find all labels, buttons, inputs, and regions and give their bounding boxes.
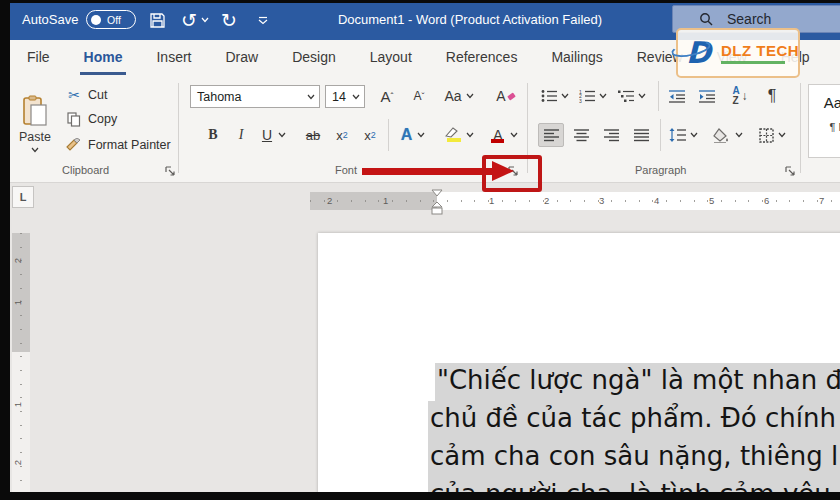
redo-button[interactable]: ↻ [216, 8, 242, 32]
numbered-list-icon: 123 [579, 89, 596, 103]
paragraph-dialog-launcher[interactable] [782, 163, 797, 178]
ruler-ticks [310, 200, 840, 202]
align-right-button[interactable] [598, 123, 624, 147]
show-hide-marks-button[interactable]: ¶ [760, 84, 784, 108]
tab-layout[interactable]: Layout [370, 43, 412, 73]
italic-button[interactable]: I [230, 123, 252, 147]
font-color-button[interactable]: A [484, 123, 524, 147]
strikethrough-button[interactable]: ab [300, 123, 326, 147]
document-page[interactable]: "Chiếc lược ngà" là một nhan đề ha chủ đ… [318, 233, 840, 500]
highlighter-icon [444, 126, 462, 144]
window-title: Document1 - Word (Product Activation Fai… [300, 12, 640, 27]
annotation-arrow [362, 168, 494, 175]
screenshot-border [0, 0, 840, 3]
borders-button[interactable] [752, 123, 792, 147]
underline-label: U [262, 127, 272, 143]
tab-mailings[interactable]: Mailings [551, 43, 602, 73]
dlz-tech-watermark: D DLZ TECH [676, 28, 800, 78]
superscript-button[interactable]: x2 [358, 123, 382, 147]
strikethrough-label: ab [306, 128, 320, 143]
borders-icon [759, 128, 774, 143]
tab-draw[interactable]: Draw [225, 43, 258, 73]
align-center-icon [574, 129, 589, 142]
format-painter-icon [64, 138, 84, 152]
chevron-down-icon [201, 17, 209, 23]
autosave-toggle[interactable]: Off [86, 10, 136, 29]
document-text-line[interactable]: chủ đề của tác phẩm. Đó chính là t [428, 401, 840, 439]
clear-formatting-button[interactable]: A [492, 84, 520, 108]
shading-button[interactable] [708, 123, 748, 147]
button-separator [388, 119, 389, 151]
text-highlight-button[interactable] [438, 123, 480, 147]
bullet-list-icon [541, 89, 558, 103]
subscript-button[interactable]: x2 [330, 123, 354, 147]
decrease-indent-button[interactable] [664, 84, 690, 108]
sort-button[interactable]: A Z ↓ [726, 84, 754, 108]
customize-quick-access-button[interactable] [254, 8, 272, 32]
ruler-number: 1 [12, 402, 23, 407]
group-separator [800, 83, 801, 173]
tab-insert[interactable]: Insert [156, 43, 191, 73]
chevron-down-icon [352, 94, 360, 100]
align-center-button[interactable] [568, 123, 594, 147]
document-text-line[interactable]: "Chiếc lược ngà" là một nhan đề ha [435, 363, 840, 401]
cut-button[interactable]: ✂ Cut [64, 84, 182, 106]
indent-markers[interactable] [428, 189, 446, 219]
copy-label: Copy [88, 112, 117, 126]
multilevel-list-button[interactable] [614, 84, 650, 108]
bullets-button[interactable] [538, 84, 572, 108]
document-text-line[interactable]: cảm cha con sâu nặng, thiêng liêng [428, 439, 840, 477]
text-effects-button[interactable]: A [394, 123, 432, 147]
underline-button[interactable]: U [256, 123, 292, 147]
screenshot-border [0, 492, 840, 500]
copy-button[interactable]: Copy [64, 108, 182, 130]
tab-home[interactable]: Home [84, 43, 123, 73]
undo-icon: ↺ [181, 11, 197, 30]
format-painter-button[interactable]: Format Painter [64, 134, 194, 156]
paste-icon [22, 95, 48, 127]
ruler-number: 5 [709, 195, 714, 206]
caret-down-icon: ˇ [422, 91, 425, 101]
align-left-button[interactable] [538, 123, 564, 147]
horizontal-ruler[interactable]: 2 1 1 2 3 4 5 6 7 [310, 192, 840, 210]
save-button[interactable] [144, 8, 170, 32]
ruler-number: 2 [327, 195, 332, 206]
undo-dropdown[interactable] [198, 8, 212, 32]
paste-button[interactable]: Paste [12, 83, 58, 165]
chevron-down-icon [778, 132, 786, 138]
save-icon [149, 12, 166, 29]
tab-stop-selector[interactable]: L [12, 186, 34, 208]
bold-button[interactable]: B [202, 123, 224, 147]
scissors-icon: ✂ [64, 87, 84, 103]
line-spacing-button[interactable] [664, 123, 702, 147]
style-normal-card[interactable]: AaB ¶ N [808, 84, 840, 158]
chevron-down-icon [638, 93, 646, 99]
justify-button[interactable] [628, 123, 654, 147]
shrink-font-button[interactable]: Aˇ [406, 84, 432, 108]
sort-icon: A Z [732, 86, 739, 106]
subscript-digit: 2 [343, 130, 348, 140]
font-name-combo[interactable]: Tahoma [190, 85, 320, 108]
chevron-down-icon [690, 132, 698, 138]
text-effects-icon: A [401, 126, 413, 144]
font-size-combo[interactable]: 14 [325, 85, 365, 108]
tab-references[interactable]: References [446, 43, 518, 73]
vertical-ruler[interactable]: 2 1 1 2 [12, 233, 30, 500]
ruler-number: 1 [489, 195, 494, 206]
italic-label: I [239, 127, 244, 143]
pilcrow-icon: ¶ [768, 87, 777, 105]
grow-font-button[interactable]: Aˆ [374, 84, 400, 108]
clipboard-dialog-launcher[interactable] [162, 163, 177, 178]
sort-z: Z [732, 96, 739, 106]
autosave-state: Off [107, 14, 121, 26]
tab-file[interactable]: File [27, 43, 50, 73]
tab-design[interactable]: Design [292, 43, 336, 73]
font-group-label: Font [335, 164, 357, 176]
numbering-button[interactable]: 123 [576, 84, 610, 108]
change-case-button[interactable]: Aa [440, 84, 478, 108]
chevron-down-icon [466, 93, 474, 99]
multilevel-list-icon [618, 89, 635, 103]
chevron-down-icon [599, 93, 607, 99]
increase-indent-button[interactable] [694, 84, 720, 108]
style-preview: AaB [809, 94, 840, 111]
